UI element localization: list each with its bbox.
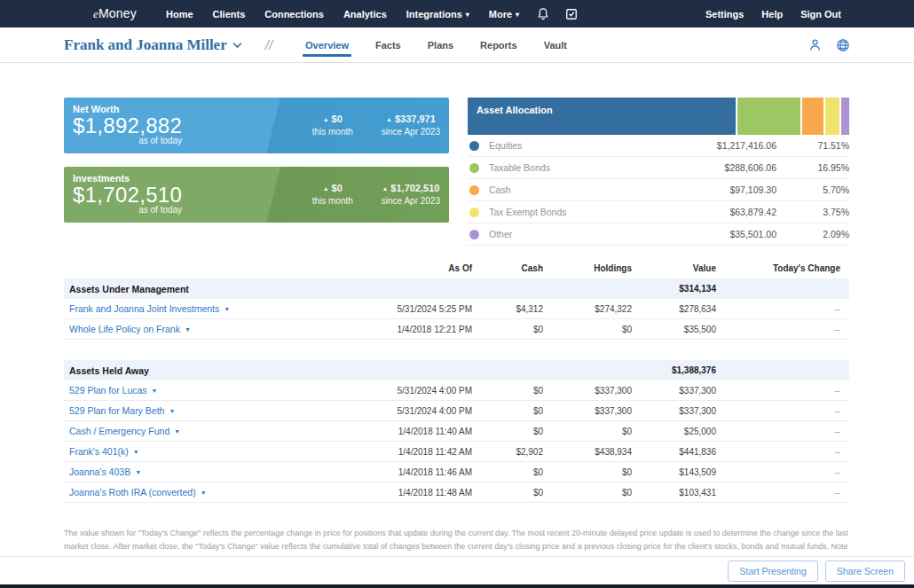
legend-row-cash: Cash $97,109.30 5.70% [468, 179, 849, 201]
since-change-value: $337,971 [395, 114, 436, 124]
since-change-value: $1,702,510 [390, 183, 439, 193]
legend-percent: 5.70% [776, 184, 849, 195]
nav-item-clients[interactable]: Clients [203, 9, 256, 20]
table-row: Joanna's Roth IRA (converted)▼ 1/4/2018 … [64, 482, 849, 503]
account-link[interactable]: 529 Plan for Lucas▼ [69, 385, 158, 396]
chevron-down-icon: ▼ [201, 490, 207, 496]
nav-item-settings[interactable]: Settings [697, 9, 752, 20]
account-link[interactable]: Joanna's Roth IRA (converted)▼ [69, 487, 207, 498]
legend-percent: 16.95% [776, 162, 849, 173]
cell-as-of: 5/31/2024 5:25 PM [339, 304, 472, 314]
notifications-bell-icon[interactable] [537, 7, 549, 20]
cell-holdings: $0 [543, 467, 632, 477]
chevron-down-icon: ▼ [224, 306, 230, 312]
cell-value: $337,300 [632, 406, 716, 416]
cell-as-of: 1/4/2018 11:40 AM [339, 427, 472, 436]
tasks-checkbox-icon[interactable] [565, 8, 578, 20]
client-profile-icon[interactable] [808, 38, 822, 51]
section-title: Assets Held Away [64, 365, 339, 376]
legend-value: $63,879.42 [643, 207, 776, 217]
cell-as-of: 1/4/2018 12:21 PM [339, 325, 472, 334]
bar-segment-cash [802, 98, 823, 135]
legend-value: $288,606.06 [643, 162, 776, 173]
since-change-label: since Apr 2023 [382, 196, 440, 206]
net-worth-card: Net Worth $1,892,882 as of today ▲$0 thi… [64, 98, 449, 153]
up-arrow-icon: ▲ [382, 185, 388, 192]
asset-allocation-bar: Asset Allocation [468, 98, 849, 135]
share-screen-button[interactable]: Share Screen [825, 561, 905, 582]
client-sub-navigation: Frank and Joanna Miller // Overview Fact… [0, 27, 914, 63]
table-row: Whole Life Policy on Frank▼ 1/4/2018 12:… [64, 319, 849, 340]
table-row: 529 Plan for Lucas▼ 5/31/2024 4:00 PM $0… [64, 380, 849, 401]
account-name: Frank and Joanna Joint Investments [69, 303, 219, 314]
overview-content: Net Worth $1,892,882 as of today ▲$0 thi… [0, 63, 914, 556]
nav-item-home[interactable]: Home [156, 9, 203, 20]
nav-item-more[interactable]: More▾ [479, 9, 529, 20]
cell-as-of: 1/4/2018 11:46 AM [339, 467, 472, 477]
cell-todays-change: -- [716, 325, 840, 334]
tab-plans[interactable]: Plans [414, 27, 467, 62]
column-header-todays-change: Today's Change [716, 263, 840, 273]
chevron-down-icon: ▼ [152, 388, 158, 394]
account-link[interactable]: 529 Plan for Mary Beth▼ [69, 405, 175, 416]
cell-cash: $0 [472, 386, 543, 396]
account-link[interactable]: Frank and Joanna Joint Investments▼ [69, 303, 230, 314]
table-row: 529 Plan for Mary Beth▼ 5/31/2024 4:00 P… [64, 401, 849, 421]
cell-holdings: $337,300 [543, 406, 632, 416]
cell-cash: $0 [472, 427, 543, 436]
investments-value: $1,702,510 [73, 184, 182, 206]
legend-dot [469, 208, 479, 217]
since-change-stat: ▲$1,702,510 since Apr 2023 [382, 183, 440, 206]
up-arrow-icon: ▲ [323, 116, 329, 122]
tab-vault[interactable]: Vault [531, 27, 580, 62]
cell-value: $25,000 [632, 427, 716, 436]
nav-item-label: Integrations [406, 9, 462, 20]
tab-overview[interactable]: Overview [292, 27, 362, 62]
section-title: Assets Under Management [64, 284, 339, 294]
cell-holdings: $0 [543, 325, 632, 334]
account-link[interactable]: Whole Life Policy on Frank▼ [69, 324, 191, 334]
legend-percent: 2.09% [776, 229, 849, 239]
month-change-value: $0 [332, 183, 343, 193]
table-row: Frank's 401(k)▼ 1/4/2018 11:42 AM $2,902… [64, 442, 849, 462]
tab-reports[interactable]: Reports [467, 27, 531, 62]
legend-label: Cash [489, 184, 643, 195]
legend-dot [469, 230, 479, 239]
legend-row-tax-exempt-bonds: Tax Exempt Bonds $63,879.42 3.75% [468, 201, 849, 223]
tab-facts[interactable]: Facts [362, 27, 414, 62]
as-of-label: as of today [73, 205, 182, 215]
section-row-assets-held-away: Assets Held Away $1,388,376 [64, 360, 849, 380]
section-row-assets-under-management: Assets Under Management $314,134 [64, 278, 849, 299]
accounts-table: As Of Cash Holdings Value Today's Change… [64, 259, 849, 503]
nav-item-help[interactable]: Help [752, 9, 792, 20]
nav-item-connections[interactable]: Connections [255, 9, 334, 20]
account-name: Whole Life Policy on Frank [69, 324, 180, 334]
nav-item-sign-out[interactable]: Sign Out [792, 9, 850, 20]
chevron-down-icon: ▼ [174, 428, 180, 435]
legend-label: Taxable Bonds [489, 162, 643, 173]
account-name: Frank's 401(k) [69, 446, 129, 457]
legend-percent: 71.51% [776, 140, 849, 151]
cell-as-of: 5/31/2024 4:00 PM [339, 406, 472, 416]
investments-card: Investments $1,702,510 as of today ▲$0 t… [64, 167, 449, 223]
cell-holdings: $0 [543, 427, 632, 436]
account-link[interactable]: Cash / Emergency Fund▼ [69, 426, 180, 436]
cell-todays-change: -- [716, 406, 840, 416]
nav-item-analytics[interactable]: Analytics [334, 9, 397, 20]
emoney-logo[interactable]: eMoney [93, 6, 137, 21]
cell-todays-change: -- [716, 304, 840, 314]
globe-icon[interactable] [836, 38, 850, 52]
legend-row-equities: Equities $1,217,416.06 71.51% [468, 135, 849, 157]
nav-item-integrations[interactable]: Integrations▾ [397, 9, 479, 20]
start-presenting-button[interactable]: Start Presenting [728, 561, 817, 582]
legend-row-taxable-bonds: Taxable Bonds $288,606.06 16.95% [468, 157, 849, 179]
account-link[interactable]: Joanna's 403B▼ [69, 466, 141, 477]
column-header-as-of: As Of [339, 263, 472, 273]
client-selector[interactable]: Frank and Joanna Miller [64, 36, 242, 54]
bar-segment-equities [468, 98, 736, 135]
column-header-value: Value [632, 263, 716, 273]
cell-holdings: $0 [543, 488, 632, 498]
account-link[interactable]: Frank's 401(k)▼ [69, 446, 139, 457]
cell-value: $278,634 [632, 304, 716, 314]
account-name: Joanna's 403B [69, 466, 130, 477]
